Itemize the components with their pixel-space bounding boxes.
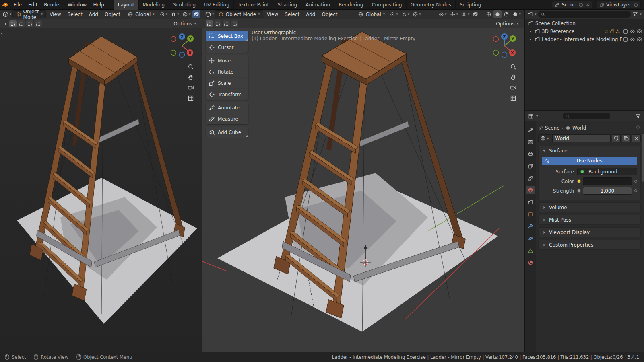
- tab-world[interactable]: [526, 186, 535, 194]
- tool-transform[interactable]: Transform: [206, 89, 248, 100]
- select-mode-new[interactable]: [9, 20, 17, 27]
- disable-render-camera-icon[interactable]: [637, 29, 642, 34]
- filter-icon[interactable]: [635, 113, 641, 119]
- orientation-selector[interactable]: Global ▾: [125, 10, 157, 18]
- properties-scrollbar[interactable]: [642, 134, 644, 182]
- tool-annotate[interactable]: Annotate: [206, 102, 248, 113]
- expand-caret-icon[interactable]: [528, 29, 533, 34]
- tool-select-box[interactable]: Select Box: [206, 31, 248, 41]
- visibility-dropdown[interactable]: ▾: [437, 10, 448, 18]
- tool-measure[interactable]: Measure: [206, 113, 248, 124]
- panel-mist-pass-header[interactable]: Mist Pass: [539, 215, 640, 224]
- tab-collection[interactable]: [526, 198, 535, 206]
- options-dropdown[interactable]: Options ▾: [171, 20, 199, 27]
- pin-icon[interactable]: [635, 125, 641, 131]
- pan-hand-icon[interactable]: [510, 74, 516, 80]
- editor-type-icon[interactable]: [205, 11, 211, 18]
- workspace-tab-texture-paint[interactable]: Texture Paint: [234, 0, 273, 10]
- menu-select[interactable]: Select: [65, 10, 85, 19]
- ortho-toggle-icon[interactable]: [188, 95, 194, 101]
- workspace-tab-sculpting[interactable]: Sculpting: [169, 0, 200, 10]
- zoom-icon[interactable]: [188, 64, 194, 70]
- tab-view-layer[interactable]: [526, 162, 535, 170]
- hide-eye-icon[interactable]: [630, 37, 635, 42]
- filter-icon[interactable]: [632, 12, 638, 17]
- mode-selector[interactable]: Object Mode ▾: [12, 10, 46, 18]
- select-mode-new[interactable]: [206, 20, 213, 27]
- overlays-dropdown[interactable]: ▾: [460, 10, 471, 18]
- panel-custom-properties-header[interactable]: Custom Properties: [539, 240, 640, 249]
- workspace-tab-shading[interactable]: Shading: [273, 0, 301, 10]
- exclude-checkbox[interactable]: [623, 37, 628, 42]
- editor-type-icon[interactable]: [2, 11, 9, 18]
- workspace-tab-geometry-nodes[interactable]: Geometry Nodes: [407, 0, 456, 10]
- active-tool-expand-icon[interactable]: [3, 21, 8, 26]
- shading-wireframe[interactable]: [485, 10, 493, 18]
- options-dropdown[interactable]: Options ▾: [493, 20, 521, 27]
- menu-object[interactable]: Object: [319, 10, 340, 19]
- menu-file[interactable]: File: [10, 0, 25, 10]
- pan-hand-icon[interactable]: [188, 74, 194, 80]
- pivot-point-selector[interactable]: ▾: [388, 10, 399, 18]
- tool-cursor[interactable]: Cursor: [206, 42, 248, 53]
- workspace-tab-compositing[interactable]: Compositing: [367, 0, 406, 10]
- menu-select[interactable]: Select: [282, 10, 302, 19]
- tab-tool[interactable]: [526, 125, 535, 134]
- shading-solid[interactable]: [493, 10, 502, 18]
- zoom-icon[interactable]: [510, 64, 516, 70]
- menu-window[interactable]: Window: [64, 0, 90, 10]
- unlink-scene-icon[interactable]: ×: [586, 2, 590, 7]
- select-mode-extend[interactable]: [18, 20, 25, 27]
- tab-physics[interactable]: [526, 234, 535, 243]
- tab-scene[interactable]: [526, 174, 535, 182]
- exclude-checkbox[interactable]: [623, 29, 628, 34]
- animate-dot-icon[interactable]: [634, 189, 637, 192]
- workspace-tab-animation[interactable]: Animation: [301, 0, 334, 10]
- tab-output[interactable]: [526, 150, 535, 158]
- properties-search-input[interactable]: [563, 113, 610, 119]
- select-mode-invert[interactable]: [231, 20, 238, 27]
- camera-view-icon[interactable]: [188, 84, 194, 91]
- proportional-edit-toggle[interactable]: ▾: [181, 10, 192, 18]
- tab-material[interactable]: [526, 258, 535, 267]
- outliner-row-ladder-collection[interactable]: Ladder - Intermediate Modeling Exercise: [525, 35, 644, 43]
- workspace-tab-rendering[interactable]: Rendering: [334, 0, 367, 10]
- panel-volume-header[interactable]: Volume: [539, 203, 640, 212]
- panel-viewport-display-header[interactable]: Viewport Display: [539, 228, 640, 237]
- outliner-row-scene-collection[interactable]: Scene Collection: [525, 19, 644, 27]
- hide-eye-icon[interactable]: [630, 29, 635, 34]
- select-mode-subtract[interactable]: [223, 20, 230, 27]
- menu-view[interactable]: View: [264, 10, 281, 19]
- new-copy-button[interactable]: [622, 134, 631, 142]
- workspace-tab-layout[interactable]: Layout: [114, 0, 139, 10]
- world-color-swatch[interactable]: [583, 177, 632, 185]
- navigation-gizmo[interactable]: Z Y X: [167, 31, 197, 62]
- tool-add-cube[interactable]: Add Cube: [206, 127, 248, 138]
- strength-slider[interactable]: 1.000: [583, 187, 632, 195]
- workspace-tab-uv-editing[interactable]: UV Editing: [200, 0, 234, 10]
- gizmos-dropdown[interactable]: ▾: [448, 10, 459, 18]
- tab-render[interactable]: [526, 138, 535, 146]
- pivot-point-selector[interactable]: ▾: [158, 10, 169, 18]
- panel-surface-header[interactable]: Surface: [539, 146, 640, 155]
- tool-scale[interactable]: Scale: [206, 78, 248, 88]
- outliner-search-input[interactable]: [538, 11, 631, 18]
- menu-add[interactable]: Add: [86, 10, 101, 19]
- display-mode-icon[interactable]: [527, 12, 533, 17]
- xray-toggle[interactable]: [471, 10, 479, 18]
- menu-render[interactable]: Render: [41, 0, 64, 10]
- snap-toggle[interactable]: ▾: [169, 10, 180, 18]
- shading-rendered[interactable]: ▾: [511, 10, 522, 18]
- viewport-3d-left[interactable]: › Z Y X: [0, 28, 202, 352]
- disable-render-camera-icon[interactable]: [637, 37, 642, 42]
- scene-selector[interactable]: Scene ×: [552, 1, 592, 8]
- blender-logo-icon[interactable]: [0, 0, 10, 10]
- mode-selector[interactable]: Object Mode ▾: [215, 10, 263, 18]
- tool-move[interactable]: Move: [206, 55, 248, 66]
- camera-view-icon[interactable]: [510, 84, 516, 91]
- toolbar-expand-arrow[interactable]: ›: [1, 31, 3, 37]
- menu-edit[interactable]: Edit: [25, 0, 41, 10]
- menu-view[interactable]: View: [47, 10, 64, 19]
- use-nodes-button[interactable]: Use Nodes: [542, 157, 637, 165]
- tab-object-data[interactable]: [526, 246, 535, 255]
